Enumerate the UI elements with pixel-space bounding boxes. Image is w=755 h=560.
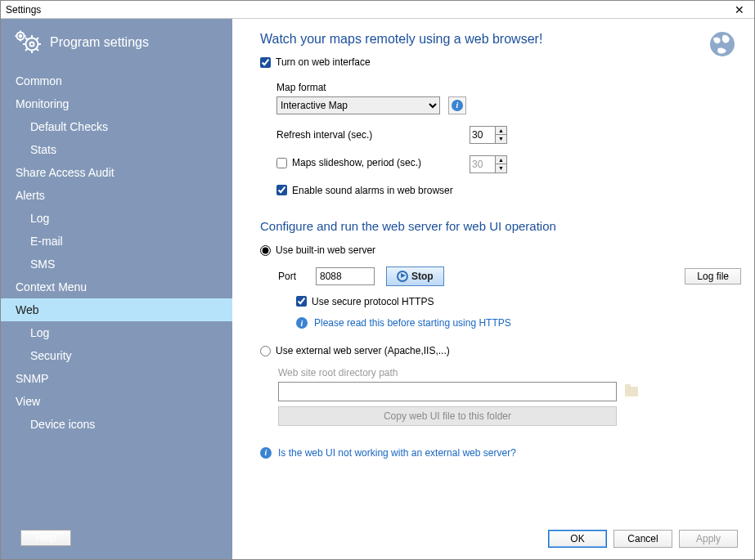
info-icon: i <box>452 100 463 111</box>
slideshow-checkbox[interactable]: Maps slideshow, period (sec.) <box>276 157 421 168</box>
turn-on-web-checkbox[interactable]: Turn on web interface <box>260 56 371 68</box>
https-info-link[interactable]: Please read this before starting using H… <box>314 317 511 329</box>
sidebar-item-log[interactable]: Log <box>1 321 232 344</box>
svg-point-10 <box>17 33 25 40</box>
chevron-up-icon[interactable]: ▲ <box>496 127 506 136</box>
cancel-button[interactable]: Cancel <box>613 530 672 548</box>
log-file-button[interactable]: Log file <box>685 268 741 284</box>
gears-icon <box>14 30 42 55</box>
info-icon: i <box>296 317 308 329</box>
sidebar-item-view[interactable]: View <box>1 390 232 413</box>
content-panel: Watch your maps remotely using a web bro… <box>232 19 754 559</box>
svg-line-7 <box>37 49 39 52</box>
sidebar-item-alerts[interactable]: Alerts <box>1 184 232 207</box>
section-heading-watch: Watch your maps remotely using a web bro… <box>260 32 741 47</box>
sidebar-item-stats[interactable]: Stats <box>1 138 232 161</box>
globe-icon <box>708 30 736 60</box>
refresh-interval-spinner[interactable]: ▲▼ <box>470 126 507 144</box>
sidebar-item-log[interactable]: Log <box>1 207 232 230</box>
sidebar-header: Program settings <box>1 19 232 69</box>
help-button[interactable]: Help <box>20 530 71 546</box>
ok-button[interactable]: OK <box>548 530 607 548</box>
dialog-buttons: OK Cancel Apply <box>548 530 738 548</box>
apply-button[interactable]: Apply <box>679 530 738 548</box>
stop-button[interactable]: Stop <box>386 267 444 286</box>
map-format-info-button[interactable]: i <box>448 96 466 114</box>
titlebar: Settings ✕ <box>1 1 754 19</box>
sidebar-item-web[interactable]: Web <box>1 298 232 321</box>
root-path-label: Web site root directory path <box>278 367 741 379</box>
chevron-up-icon[interactable]: ▲ <box>496 156 506 165</box>
slideshow-period-spinner[interactable]: ▲▼ <box>470 155 507 173</box>
folder-icon <box>625 387 638 396</box>
sidebar-item-context-menu[interactable]: Context Menu <box>1 276 232 298</box>
port-input[interactable] <box>316 267 375 285</box>
sidebar-item-sms[interactable]: SMS <box>1 253 232 276</box>
root-path-input[interactable] <box>278 382 617 401</box>
window-title: Settings <box>6 4 41 16</box>
sidebar-item-device-icons[interactable]: Device icons <box>1 413 232 436</box>
sidebar: Program settings CommonMonitoringDefault… <box>1 19 232 559</box>
port-label: Port <box>278 271 304 282</box>
info-icon: i <box>260 447 272 459</box>
external-server-radio[interactable]: Use external web server (Apache,IIS,...) <box>260 345 450 356</box>
sidebar-item-common[interactable]: Common <box>1 69 232 92</box>
section-heading-configure: Configure and run the web server for web… <box>260 219 741 233</box>
svg-point-0 <box>26 38 38 51</box>
svg-point-11 <box>20 35 22 38</box>
copy-web-ui-button[interactable]: Copy web UI file to this folder <box>278 406 617 426</box>
svg-point-1 <box>30 43 34 47</box>
browse-folder-button[interactable] <box>622 382 641 401</box>
sidebar-item-share-access-audit[interactable]: Share Access Audit <box>1 161 232 184</box>
svg-line-9 <box>37 38 39 40</box>
svg-line-8 <box>25 49 28 52</box>
svg-line-6 <box>25 38 28 40</box>
map-format-select[interactable]: Interactive Map <box>276 96 440 114</box>
settings-window: Settings ✕ <box>0 0 755 560</box>
refresh-interval-label: Refresh interval (sec.) <box>276 129 470 141</box>
chevron-down-icon[interactable]: ▼ <box>496 164 506 172</box>
play-circle-icon <box>397 271 408 282</box>
troubleshoot-link[interactable]: Is the web UI not working with an extern… <box>278 447 516 459</box>
sidebar-item-monitoring[interactable]: Monitoring <box>1 92 232 115</box>
map-format-label: Map format <box>276 82 741 93</box>
sidebar-item-security[interactable]: Security <box>1 344 232 367</box>
sidebar-item-default-checks[interactable]: Default Checks <box>1 115 232 138</box>
sidebar-nav: CommonMonitoringDefault ChecksStatsShare… <box>1 69 232 522</box>
sidebar-item-snmp[interactable]: SNMP <box>1 367 232 390</box>
sidebar-item-e-mail[interactable]: E-mail <box>1 230 232 253</box>
chevron-down-icon[interactable]: ▼ <box>496 135 506 143</box>
builtin-server-radio[interactable]: Use built-in web server <box>260 244 375 256</box>
https-checkbox[interactable]: Use secure protocol HTTPS <box>296 296 434 307</box>
sidebar-heading: Program settings <box>50 35 149 50</box>
close-icon[interactable]: ✕ <box>726 2 753 18</box>
sound-alarms-checkbox[interactable]: Enable sound alarms in web browser <box>276 185 453 196</box>
